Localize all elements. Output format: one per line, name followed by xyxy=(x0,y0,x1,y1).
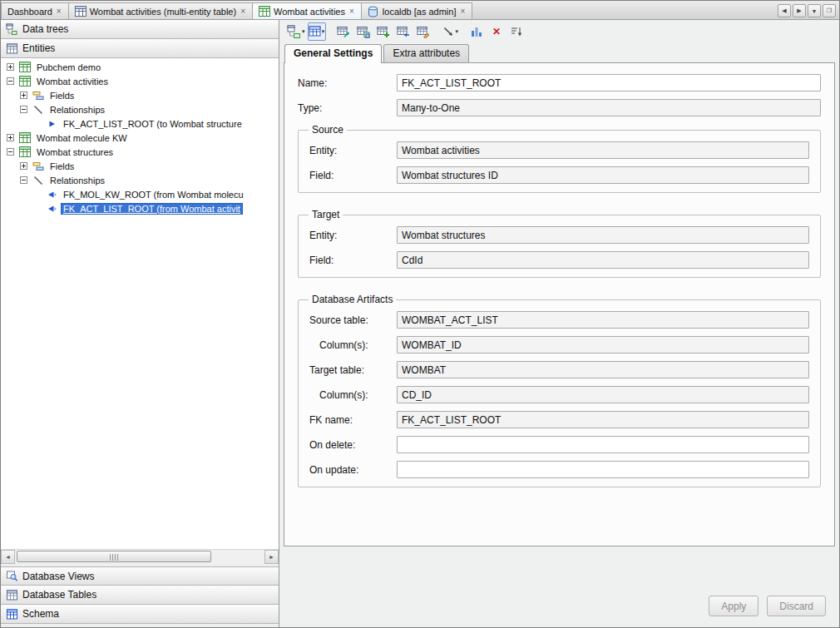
new-table-button[interactable] xyxy=(374,22,393,41)
tree-item-fields[interactable]: Fields xyxy=(1,88,279,102)
expand-toggle-icon[interactable] xyxy=(7,63,14,71)
target-table-field[interactable] xyxy=(397,361,809,378)
source-columns-field[interactable] xyxy=(397,336,809,354)
close-icon[interactable]: × xyxy=(56,7,62,16)
new-relationship-button[interactable]: ▾ xyxy=(441,22,460,41)
source-table-field[interactable] xyxy=(397,311,809,329)
tab-label: localdb [as admin] xyxy=(383,7,457,17)
section-label: Data trees xyxy=(22,23,68,35)
tab-list-dropdown-icon[interactable]: ▼ xyxy=(808,4,821,17)
new-data-tree-button[interactable]: ▾ xyxy=(286,22,306,41)
close-icon[interactable]: × xyxy=(240,7,246,16)
scroll-right-icon[interactable]: ► xyxy=(264,550,279,564)
tree-item-pubchem-demo[interactable]: Pubchem demo xyxy=(1,60,279,74)
target-group: Target Entity: Field: xyxy=(298,209,821,278)
section-header-database-views[interactable]: Database Views xyxy=(1,566,279,586)
scroll-tabs-right-icon[interactable]: ▶ xyxy=(793,4,806,17)
on-update-field[interactable] xyxy=(397,461,809,478)
expand-toggle-icon[interactable] xyxy=(7,134,14,141)
caret-down-icon: ▾ xyxy=(302,28,305,34)
entity-icon xyxy=(18,131,31,144)
target-entity-row: Entity: xyxy=(309,226,809,244)
close-icon[interactable]: × xyxy=(460,7,467,16)
on-update-label: On update: xyxy=(309,464,397,476)
maximize-restore-icon[interactable]: ❐ xyxy=(823,4,836,17)
tree-item-relationships[interactable]: Relationships xyxy=(1,102,279,116)
source-field-row: Field: xyxy=(309,166,809,184)
tree-item-relationships-structures[interactable]: Relationships xyxy=(1,173,279,187)
expand-toggle-icon[interactable] xyxy=(20,162,27,170)
collapse-toggle-icon[interactable] xyxy=(7,77,14,85)
new-multi-entity-table-button[interactable] xyxy=(354,22,373,41)
scrollbar-thumb[interactable] xyxy=(17,551,211,562)
section-header-schema[interactable]: Schema xyxy=(1,605,279,624)
tree-item-label: Fields xyxy=(47,90,77,101)
attach-existing-table-button[interactable] xyxy=(394,22,413,41)
tree-item-label: FK_ACT_LIST_ROOT (to Wombat structure xyxy=(61,118,245,130)
fk-name-label: FK name: xyxy=(309,414,397,426)
horizontal-scrollbar[interactable]: ◄ ► xyxy=(1,549,279,563)
tree-item-label: Fields xyxy=(47,161,77,172)
source-entity-row: Entity: xyxy=(309,141,809,159)
scroll-tabs-left-icon[interactable]: ◀ xyxy=(778,4,791,17)
editor-body: General Settings Extra attributes Name: … xyxy=(284,42,835,546)
tree-item-fk-mol-kw-root[interactable]: FK_MOL_KW_ROOT (from Wombat molecu xyxy=(1,187,279,201)
scrollbar-track[interactable] xyxy=(15,550,264,563)
tree-item-fk-act-list-root-to[interactable]: FK_ACT_LIST_ROOT (to Wombat structure xyxy=(1,116,279,131)
collapse-toggle-icon[interactable] xyxy=(20,106,27,113)
tree-item-wombat-structures[interactable]: Wombat structures xyxy=(1,145,279,159)
edit-entity-button[interactable] xyxy=(414,22,432,41)
name-row: Name: xyxy=(298,74,821,91)
expand-toggle-icon[interactable] xyxy=(20,91,27,99)
scroll-left-icon[interactable]: ◄ xyxy=(1,550,15,564)
editor-footer: Apply Discard xyxy=(279,546,839,627)
tab-dashboard[interactable]: Dashboard × xyxy=(1,2,69,19)
tree-item-wombat-molecule-kw[interactable]: Wombat molecule KW xyxy=(1,131,279,145)
on-delete-row: On delete: xyxy=(309,436,809,453)
delete-button[interactable]: ✕ xyxy=(487,22,506,41)
target-columns-field[interactable] xyxy=(397,386,809,403)
relationship-editor-panel: ▾ ▾ xyxy=(279,20,839,627)
target-entity-field[interactable] xyxy=(397,226,809,244)
field-statistics-button[interactable] xyxy=(467,22,486,41)
relationship-from-icon xyxy=(45,202,57,215)
tab-wombat-activities-multi-entity[interactable]: Wombat activities (multi-entity table) × xyxy=(68,2,253,19)
application-window: Dashboard × Wombat activities (multi-ent… xyxy=(0,0,840,628)
tab-wombat-activities[interactable]: Wombat activities × xyxy=(252,2,362,19)
main-split: Data trees Entities Pubchem demo Wombat … xyxy=(1,20,839,627)
tree-item-label: Wombat activities xyxy=(34,76,111,87)
target-field-field[interactable] xyxy=(397,251,809,269)
section-header-data-trees[interactable]: Data trees xyxy=(1,20,279,39)
editor-toolbar: ▾ ▾ xyxy=(279,20,839,42)
section-header-entities[interactable]: Entities xyxy=(1,39,279,58)
close-icon[interactable]: × xyxy=(348,7,355,16)
sort-fields-button[interactable] xyxy=(507,22,526,41)
type-label: Type: xyxy=(298,102,397,114)
section-label: Database Tables xyxy=(22,589,96,601)
tree-item-fk-act-list-root-from[interactable]: FK_ACT_LIST_ROOT (from Wombat activit xyxy=(1,201,279,215)
name-field[interactable] xyxy=(397,74,821,91)
new-entity-button[interactable]: ▾ xyxy=(308,22,326,41)
tree-item-fields-structures[interactable]: Fields xyxy=(1,159,279,173)
entity-from-table-button[interactable] xyxy=(334,22,353,41)
source-field-field[interactable] xyxy=(397,166,809,184)
target-table-label: Target table: xyxy=(309,364,397,376)
on-delete-field[interactable] xyxy=(397,436,809,453)
section-header-database-tables[interactable]: Database Tables xyxy=(1,586,279,605)
collapse-toggle-icon[interactable] xyxy=(7,148,14,156)
fields-icon xyxy=(32,160,44,172)
discard-button[interactable]: Discard xyxy=(767,596,826,616)
relationships-icon xyxy=(32,103,44,116)
tab-general-settings[interactable]: General Settings xyxy=(284,44,382,63)
database-tables-icon xyxy=(6,589,17,601)
apply-button[interactable]: Apply xyxy=(709,596,758,616)
collapse-toggle-icon[interactable] xyxy=(20,176,27,184)
tab-extra-attributes[interactable]: Extra attributes xyxy=(383,44,469,62)
source-entity-field[interactable] xyxy=(397,141,809,159)
source-group: Source Entity: Field: xyxy=(298,124,821,193)
tab-localdb[interactable]: localdb [as admin] × xyxy=(361,2,473,19)
fk-name-field[interactable] xyxy=(397,411,809,428)
tree-item-wombat-activities[interactable]: Wombat activities xyxy=(1,74,279,88)
type-field[interactable] xyxy=(397,99,821,116)
tree-item-label: FK_ACT_LIST_ROOT (from Wombat activit xyxy=(61,203,243,215)
